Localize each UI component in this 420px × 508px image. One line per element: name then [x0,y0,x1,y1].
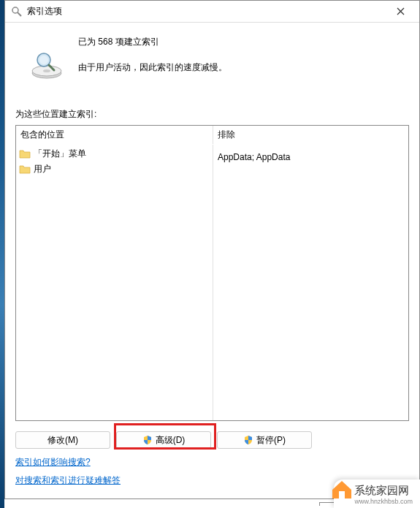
locations-label: 为这些位置建立索引: [15,108,409,121]
button-row: 修改(M) 高级(D) 暂停(P) [15,431,409,449]
folder-icon [19,164,31,175]
column-header-exclude[interactable]: 排除 [213,126,408,144]
close-button[interactable] [386,3,415,20]
titlebar: 索引选项 [5,1,419,23]
indexing-options-dialog: 索引选项 已为 568 项建立索引 由于用户活动 [4,0,420,499]
locations-table: 包含的位置 排除 「开始」菜单 用户 [15,125,409,421]
row-name: 用户 [34,163,51,175]
status-message: 由于用户活动，因此索引的速度减慢。 [78,61,409,74]
dialog-content: 已为 568 项建立索引 由于用户活动，因此索引的速度减慢。 为这些位置建立索引… [5,23,419,498]
window-title: 索引选项 [27,5,386,18]
folder-icon [19,149,31,159]
table-row[interactable]: 用户 [16,162,213,177]
close-icon [397,7,405,15]
help-link-troubleshoot[interactable]: 对搜索和索引进行疑难解答 [15,474,121,487]
table-row[interactable]: 「开始」菜单 [16,146,213,162]
shield-icon [142,435,153,445]
advanced-button[interactable]: 高级(D) [116,431,211,449]
svg-point-0 [12,7,18,13]
help-link-search[interactable]: 索引如何影响搜索? [15,456,91,469]
svg-point-8 [39,56,48,64]
row-name: 「开始」菜单 [34,148,86,160]
exclude-value: AppData; AppData [218,151,404,164]
column-header-include[interactable]: 包含的位置 [16,126,213,144]
watermark-url: www.hnzkhbsb.com [354,498,413,505]
shield-icon [243,435,253,445]
app-icon [11,6,23,18]
svg-line-1 [18,12,21,16]
status-area: 已为 568 项建立索引 由于用户活动，因此索引的速度减慢。 [15,33,409,79]
svg-rect-10 [339,491,345,498]
watermark: 系统家园网 www.hnzkhbsb.com [334,479,420,508]
status-count: 已为 568 项建立索引 [78,36,409,48]
svg-point-6 [43,69,50,72]
watermark-logo-icon [329,475,354,500]
pause-button[interactable]: 暂停(P) [217,431,312,449]
magnifier-disk-icon [31,51,63,79]
watermark-text: 系统家园网 [354,484,409,496]
modify-button[interactable]: 修改(M) [15,431,110,449]
